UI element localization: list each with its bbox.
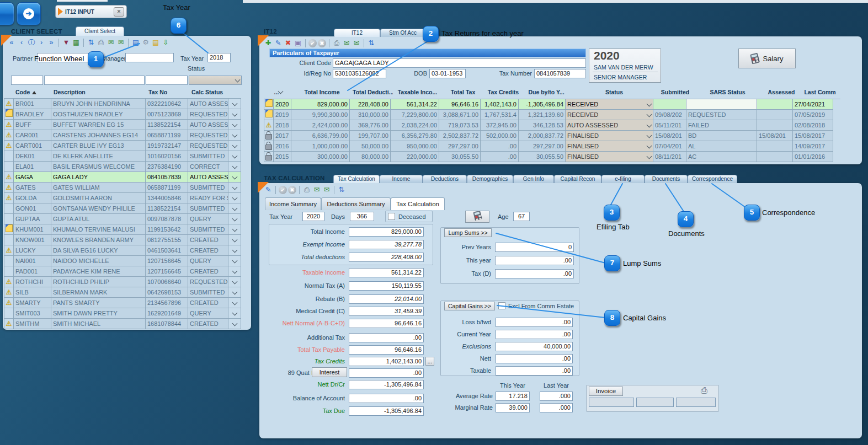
calc-tax-year-input[interactable]: 2020 [302, 212, 324, 221]
client-row[interactable]: PAD001PADAYACHE KIM RENE1207156645CREATE… [4, 266, 241, 277]
total-deductions-value[interactable]: 228,408.00 [349, 253, 424, 262]
document-tab-it12-input[interactable]: IT12 INPUT ✕ [55, 5, 127, 18]
grid-icon[interactable]: ▦ [72, 38, 81, 47]
filter-code-input[interactable] [11, 76, 43, 85]
manager-input[interactable] [125, 53, 174, 62]
total-tax-payable-value[interactable]: 96,646.16 [349, 345, 424, 355]
print-icon[interactable]: ⎙ [97, 38, 105, 47]
calc-status-dropdown[interactable] [228, 161, 241, 172]
last-record-icon[interactable]: » [47, 38, 56, 47]
id-reg-value[interactable]: 5301035126082 [333, 69, 386, 78]
capital-gains-button[interactable]: Capital Gains >> [444, 302, 495, 310]
recalculate-button[interactable] [465, 211, 489, 223]
status-dropdown-cell[interactable]: RECEIVED [565, 109, 653, 120]
dob-value[interactable]: 03-01-1953 [429, 69, 466, 78]
notes-icon[interactable]: ▤ [151, 38, 160, 47]
printer-icon[interactable]: ⎙ [701, 385, 707, 395]
reject-icon[interactable]: ✖ [288, 186, 296, 194]
cg-nett-value[interactable]: .00 [496, 354, 573, 363]
edit-icon[interactable]: ✎ [274, 39, 283, 48]
mail-receive-icon[interactable]: ✉ [106, 38, 115, 47]
filter-taxno-input[interactable] [146, 76, 188, 85]
client-row[interactable]: ⚠SMARTYPANTS SMARTY2134567896CREATED [4, 297, 241, 308]
tab-e-filing[interactable]: e-filing [601, 175, 645, 183]
client-row[interactable]: KHUM001KHUMALO TERVINE MALUSI1199153642S… [4, 224, 241, 235]
new-icon[interactable]: ✚ [264, 39, 273, 48]
client-row[interactable]: ELA01BASIL ERASMUS WELCOME2376384190CORR… [4, 161, 241, 172]
year-row[interactable]: 20161,000,000.0050,000.00950,000.00297,2… [264, 141, 833, 152]
calc-status-dropdown[interactable] [228, 109, 241, 120]
tab-gen-info[interactable]: Gen Info [513, 175, 554, 183]
client-row[interactable]: ⚠GAGAGAGA LADY0841057839AUTO ASSES [4, 171, 241, 183]
prev-years-value[interactable]: 0 [495, 243, 574, 252]
tab-correspondence[interactable]: Correspondence [688, 175, 737, 183]
average-rate-this-year[interactable]: 17.218 [496, 392, 530, 401]
back-button[interactable] [0, 2, 14, 25]
tab-documents[interactable]: Documents [645, 175, 688, 183]
client-row[interactable]: ⚠GOLDAGOLDSMITH AARON1344005846READY FOR… [4, 192, 241, 203]
tab-tax-calculation[interactable]: Tax Calculation [333, 175, 380, 183]
tab-demographics[interactable]: Demographics [467, 175, 513, 183]
lump-sums-button[interactable]: Lump Sums >> [444, 228, 492, 237]
nett-normal-value[interactable]: 96,646.16 [349, 319, 424, 328]
tax-year-input[interactable]: 2018 [207, 53, 231, 62]
salary-button[interactable]: Salary [738, 49, 796, 68]
status-dropdown-cell[interactable]: FINALISED [565, 151, 653, 162]
client-code-value[interactable]: GAGA|GAGA LADY [333, 58, 586, 68]
calc-status-dropdown[interactable] [228, 255, 241, 266]
lump-this-year-value[interactable]: .00 [495, 256, 574, 265]
sort-icon[interactable]: ⇅ [87, 38, 95, 47]
interest-button[interactable]: Interest [312, 367, 347, 377]
calc-status-dropdown[interactable] [228, 130, 241, 141]
filter-status-dropdown[interactable] [189, 76, 242, 85]
client-row[interactable]: DEK01DE KLERK ANELLITE1016020156SUBMITTE… [4, 151, 241, 162]
status-dropdown-cell[interactable]: FINALISED [565, 141, 653, 152]
exempt-income-value[interactable]: 39,277.78 [349, 240, 424, 249]
year-row[interactable]: 2015300,000.0080,000.00220,000.0030,055.… [264, 151, 833, 162]
edit-icon[interactable]: ✎ [264, 185, 273, 195]
calc-status-dropdown[interactable] [228, 98, 241, 109]
client-row[interactable]: SMIT003SMITH DAWN PRETTY1629201649QUERY [4, 308, 241, 319]
subtab-income-summary[interactable]: Income Summary [265, 197, 321, 210]
balance-value[interactable]: .00 [349, 394, 424, 403]
tax-credits-more-button[interactable]: ... [425, 357, 434, 366]
calc-status-dropdown[interactable] [228, 234, 241, 245]
tab-deductions[interactable]: Deductions [423, 175, 467, 183]
marginal-rate-last-year[interactable]: .000 [540, 403, 573, 412]
year-row[interactable]: ⚠20182,424,000.00369,776.002,038,224.007… [264, 120, 833, 131]
calc-status-dropdown[interactable] [228, 119, 241, 130]
calc-status-dropdown[interactable] [228, 287, 241, 298]
calc-status-dropdown[interactable] [228, 297, 241, 308]
tab-capital-recon[interactable]: Capital Recon [554, 175, 601, 183]
calc-status-dropdown[interactable] [228, 308, 241, 319]
calc-status-dropdown[interactable] [228, 266, 241, 277]
days-input[interactable]: 366 [350, 212, 374, 221]
tax-credits-value[interactable]: 1,402,143.00 [349, 357, 424, 366]
calc-status-dropdown[interactable] [228, 245, 241, 256]
age-input[interactable]: 67 [513, 212, 530, 221]
year-row[interactable]: 20199,990,300.00310,000.007,229,800.003,… [264, 109, 833, 120]
approve-icon[interactable]: ✔ [308, 39, 317, 47]
client-row[interactable]: ⚠SMITHMSMITH MICHAEL1681078844CREATED [4, 318, 241, 329]
mail-receive-icon[interactable]: ✉ [312, 185, 321, 195]
delete-icon[interactable]: ✖ [284, 39, 292, 48]
filter-description-input[interactable] [44, 76, 145, 85]
deceased-checkbox[interactable] [388, 213, 395, 220]
prev-record-icon[interactable]: ‹ [17, 38, 26, 47]
client-row[interactable]: ⚠BR001BRUYN JOHN HENDRINNA0322210642AUTO… [4, 98, 241, 109]
calc-status-dropdown[interactable] [228, 203, 241, 214]
forward-button[interactable]: ➔ [17, 2, 41, 25]
reject-icon[interactable]: ✖ [318, 39, 326, 47]
mail-send-icon[interactable]: ✉ [352, 39, 361, 48]
year-row[interactable]: 2020829,000.00228,408.00561,314.2296,646… [264, 99, 833, 110]
next-record-icon[interactable]: › [37, 38, 46, 47]
sort-icon[interactable]: ⇅ [367, 39, 376, 48]
export-icon[interactable]: ⇩ [161, 38, 170, 47]
tab-it12[interactable]: IT12 [334, 29, 380, 37]
cg-taxable-value[interactable]: .00 [496, 366, 573, 376]
tax-due-value[interactable]: -1,305,496.84 [349, 406, 424, 416]
client-row[interactable]: NAI001NAIDOO MICHELLE1207156645QUERY [4, 255, 241, 266]
calc-status-dropdown[interactable] [228, 276, 241, 287]
calc-status-dropdown[interactable] [228, 224, 241, 235]
calc-status-dropdown[interactable] [228, 213, 241, 224]
